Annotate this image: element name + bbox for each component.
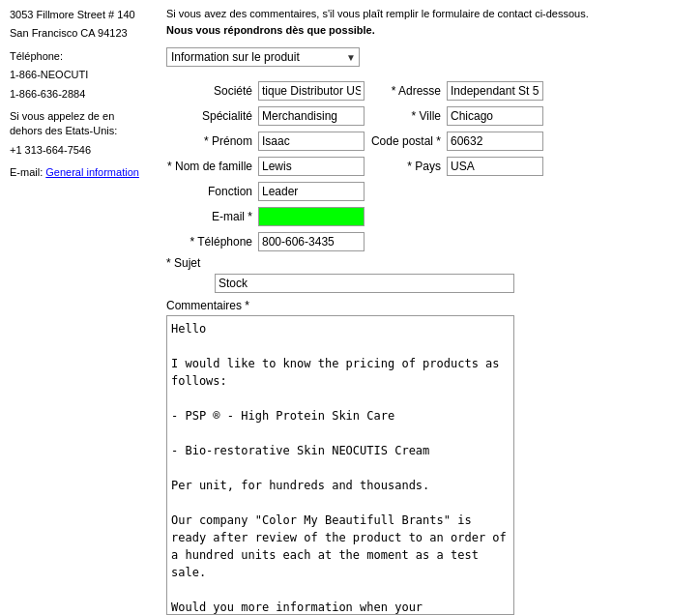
codepostal-input[interactable]	[447, 132, 543, 151]
telephone-label: * Téléphone	[166, 235, 258, 249]
phone3: +1 313-664-7546	[10, 143, 145, 158]
codepostal-label: Code postal *	[365, 134, 447, 148]
left-column: Société Spécialité * Prénom * Nom de fam…	[166, 80, 365, 256]
sujet-label: * Sujet	[166, 256, 258, 270]
phone1: 1-866-NEOCUTI	[10, 68, 145, 82]
adresse-row: * Adresse	[365, 80, 543, 102]
intro-line1: Si vous avez des commentaires, s'il vous…	[166, 8, 589, 19]
prenom-input[interactable]	[258, 132, 365, 151]
right-column: * Adresse * Ville Code postal * * Pays	[365, 80, 543, 256]
form-section: Société Spécialité * Prénom * Nom de fam…	[166, 80, 688, 256]
ville-label: * Ville	[365, 109, 447, 123]
main-content: Si vous avez des commentaires, s'il vous…	[155, 0, 700, 615]
pays-input[interactable]	[447, 157, 543, 176]
prenom-label: * Prénom	[166, 134, 258, 148]
phone2: 1-866-636-2884	[10, 87, 145, 102]
fonction-input[interactable]	[258, 182, 365, 201]
product-dropdown[interactable]: Information sur le produit Support techn…	[166, 47, 360, 67]
sidebar: 3053 Fillmore Street # 140 San Francisco…	[0, 0, 155, 615]
societe-input[interactable]	[258, 81, 365, 101]
specialite-input[interactable]	[258, 106, 365, 126]
adresse-label: * Adresse	[365, 84, 447, 98]
nom-input[interactable]	[258, 157, 365, 176]
societe-row: Société	[166, 80, 365, 102]
email-row: E-mail *	[166, 206, 365, 227]
sujet-section: * Sujet	[166, 256, 688, 293]
dropdown-row: Information sur le produit Support techn…	[166, 47, 688, 67]
email-input[interactable]	[258, 207, 365, 226]
email-link[interactable]: General information	[45, 166, 139, 178]
telephone-input[interactable]	[258, 232, 365, 251]
nom-row: * Nom de famille	[166, 156, 365, 177]
address-line2: San Francisco CA 94123	[10, 26, 145, 41]
sujet-input[interactable]	[215, 274, 514, 293]
sujet-row: * Sujet	[166, 256, 688, 270]
pays-label: * Pays	[365, 160, 447, 173]
societe-label: Société	[166, 84, 258, 98]
address-line1: 3053 Fillmore Street # 140	[10, 8, 145, 22]
pays-row: * Pays	[365, 156, 543, 177]
specialite-row: Spécialité	[166, 105, 365, 127]
adresse-input[interactable]	[447, 81, 543, 101]
prenom-row: * Prénom	[166, 131, 365, 152]
dropdown-wrapper[interactable]: Information sur le produit Support techn…	[166, 47, 360, 67]
outside-text: Si vous appelez de en dehors des Etats-U…	[10, 109, 145, 139]
telephone-row: * Téléphone	[166, 231, 365, 252]
phone-label: Téléphone:	[10, 49, 145, 64]
commentaires-section: Commentaires * Hello I would like to kno…	[166, 299, 688, 615]
fonction-label: Fonction	[166, 185, 258, 198]
commentaires-textarea[interactable]: Hello I would like to know the pricing o…	[166, 315, 514, 615]
intro-text: Si vous avez des commentaires, s'il vous…	[166, 6, 688, 38]
intro-line2: Nous vous répondrons dès que possible.	[166, 24, 375, 36]
specialite-label: Spécialité	[166, 109, 258, 123]
email-label: E-mail: General information	[10, 165, 145, 180]
email-label: E-mail *	[166, 210, 258, 223]
ville-input[interactable]	[447, 106, 543, 126]
codepostal-row: Code postal *	[365, 131, 543, 152]
nom-label: * Nom de famille	[166, 160, 258, 173]
ville-row: * Ville	[365, 105, 543, 127]
commentaires-label: Commentaires *	[166, 299, 688, 312]
fonction-row: Fonction	[166, 181, 365, 202]
